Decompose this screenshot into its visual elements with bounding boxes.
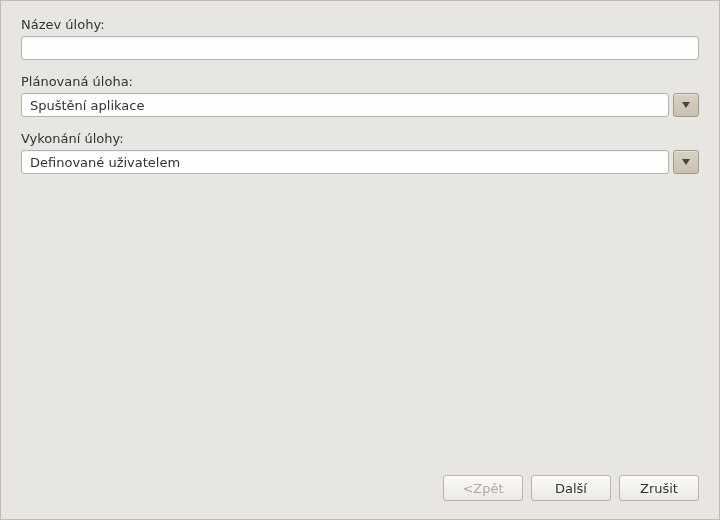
- cancel-button[interactable]: Zrušit: [619, 475, 699, 501]
- back-button: <Zpět: [443, 475, 523, 501]
- task-execution-value[interactable]: Definované uživatelem: [21, 150, 669, 174]
- task-execution-dropdown-button[interactable]: [673, 150, 699, 174]
- form-content: Název úlohy: Plánovaná úloha: Spuštění a…: [1, 1, 719, 174]
- chevron-down-icon: [682, 159, 690, 165]
- task-execution-combo: Definované uživatelem: [21, 150, 699, 174]
- planned-task-value[interactable]: Spuštění aplikace: [21, 93, 669, 117]
- chevron-down-icon: [682, 102, 690, 108]
- planned-task-dropdown-button[interactable]: [673, 93, 699, 117]
- planned-task-combo: Spuštění aplikace: [21, 93, 699, 117]
- task-execution-label: Vykonání úlohy:: [21, 131, 699, 146]
- planned-task-label: Plánovaná úloha:: [21, 74, 699, 89]
- wizard-button-bar: <Zpět Další Zrušit: [443, 475, 699, 501]
- next-button[interactable]: Další: [531, 475, 611, 501]
- task-name-input[interactable]: [21, 36, 699, 60]
- field-task-execution: Vykonání úlohy: Definované uživatelem: [21, 131, 699, 174]
- field-planned-task: Plánovaná úloha: Spuštění aplikace: [21, 74, 699, 117]
- task-name-label: Název úlohy:: [21, 17, 699, 32]
- field-task-name: Název úlohy:: [21, 17, 699, 60]
